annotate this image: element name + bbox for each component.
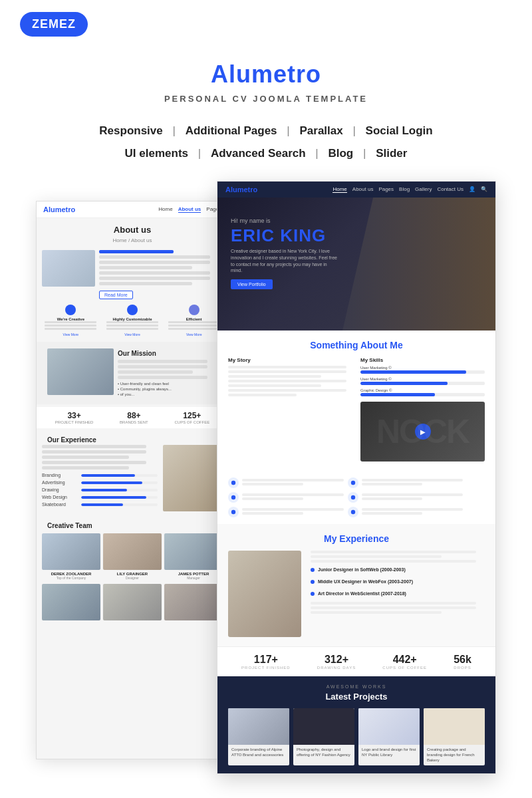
right-exp-item-3-text: Art Director in WebScientist (2007-2018)	[318, 591, 406, 597]
left-skill-branding-fill	[81, 474, 135, 477]
right-stat-1-label: Project Finished	[241, 666, 291, 670]
right-contact-icon-6	[348, 507, 358, 517]
right-stat-2-num: 312+	[317, 654, 356, 666]
left-team-role-2: Designer	[103, 576, 162, 580]
left-team-member-6	[164, 584, 223, 622]
right-project-img-2	[293, 708, 354, 745]
left-nav-about[interactable]: About us	[178, 206, 201, 213]
features-row-2: UI elements | Advanced Search | Blog | S…	[13, 142, 519, 165]
left-view-more-1[interactable]: View More	[63, 332, 79, 336]
right-hero-desc: Creative designer based in New York City…	[231, 248, 337, 274]
left-mission-text: Our Mission • User-friendly and clean fe…	[118, 348, 217, 398]
right-project-caption-1: Corporate branding of Alpine ATTO Brand …	[228, 745, 289, 761]
preview-container: Alumetro Home About us Pages About us Ho…	[0, 174, 532, 787]
right-projects-title: Latest Projects	[228, 692, 485, 702]
left-skill-drawing: Drawing	[42, 487, 158, 492]
features-row-1: Responsive | Additional Pages | Parallax…	[13, 120, 519, 142]
right-exp-item-1: Junior Designer in SoftWeb (2000-2003)	[311, 567, 485, 573]
title-section: Alumetro PERSONAL CV JOOMLA TEMPLATE	[0, 49, 532, 108]
right-exp-title-1: Junior Designer in SoftWeb (2000-2003)	[318, 567, 406, 572]
right-project-img-3	[358, 708, 420, 745]
right-stat-2-label: Drawing Days	[317, 666, 356, 670]
svg-point-2	[231, 495, 235, 499]
left-exp-image	[163, 445, 223, 511]
right-projects-section: Awesome Works Latest Projects Corporate …	[217, 676, 495, 773]
right-skill-2-fill	[360, 382, 448, 385]
right-stat-1: 117+ Project Finished	[241, 654, 291, 670]
right-video-thumb[interactable]: NOCK ▶	[360, 402, 485, 462]
right-nav-home[interactable]: Home	[332, 186, 346, 193]
left-skill-skateboard-track	[81, 503, 158, 506]
right-stat-4-label: Drops	[454, 666, 471, 670]
right-contact-text-5	[242, 508, 344, 516]
right-about-title: Something About Me	[228, 340, 485, 350]
left-text-3	[99, 266, 192, 269]
zemez-logo[interactable]: ZEMEZ	[20, 12, 88, 37]
left-text-6	[99, 282, 192, 285]
left-skill-branding-track	[81, 474, 158, 477]
right-exp-title-3: Art Director in WebScientist (2007-2018)	[318, 591, 406, 596]
right-exp-image	[228, 551, 301, 637]
left-exp-text-3	[42, 456, 129, 459]
right-nav-search-icon[interactable]: 🔍	[481, 186, 487, 193]
left-experience-block: Our Experience Branding	[37, 428, 228, 515]
title-black: Al	[211, 61, 236, 88]
right-exp-title-black: My	[324, 533, 339, 544]
left-skill-advertising-label: Advertising	[42, 480, 78, 485]
left-team-avatar-3	[164, 533, 223, 570]
right-project-4: Creating package and branding design for…	[424, 708, 485, 765]
right-nav-gallery[interactable]: Gallery	[415, 186, 432, 193]
left-team-member-1: DEREK ZOOLANDER Top of the Company	[42, 533, 100, 580]
right-skills-title: My Skills	[360, 357, 485, 363]
right-nav-blog[interactable]: Blog	[399, 186, 410, 193]
left-icon-creative: We're Creative View More	[42, 305, 100, 336]
left-team-avatar-1	[42, 533, 100, 570]
left-stats-row: 33+ Project Finished 88+ Brands Sent 125…	[37, 407, 228, 428]
sep-4: |	[198, 147, 201, 160]
right-contact-icons	[217, 471, 495, 524]
svg-point-5	[350, 510, 354, 514]
left-experience-text: Branding Advertising Drawi	[42, 445, 158, 511]
left-read-more[interactable]: Read More	[99, 291, 133, 299]
left-text-lines: Read More	[99, 250, 223, 299]
right-exp-item-2-text: Middle UX Designer in WebFox (2003-2007)	[318, 579, 413, 585]
left-icon-creative-circle	[65, 305, 76, 315]
right-exp-intro-3	[311, 560, 476, 563]
left-office-image	[42, 250, 95, 287]
right-about-title-blue: Me	[390, 340, 402, 350]
sep-1: |	[173, 124, 176, 137]
right-screenshot: Alumetro Home About us Pages Blog Galler…	[217, 181, 496, 774]
right-contact-text-2	[362, 479, 464, 487]
left-skill-skateboard: Skateboard	[42, 502, 158, 507]
right-contact-line-1a	[242, 479, 344, 481]
right-contact-line-3b	[242, 497, 303, 500]
right-nav-about[interactable]: About us	[352, 186, 374, 193]
right-hero-cta[interactable]: View Portfolio	[231, 279, 273, 289]
right-contact-item-1	[228, 477, 344, 488]
left-mission-li-2: • Community, plugins always...	[118, 387, 217, 391]
left-stat-3-num: 125+	[174, 411, 209, 420]
left-nav-home[interactable]: Home	[158, 206, 172, 213]
right-nav-pages[interactable]: Pages	[378, 186, 394, 193]
right-contact-icon-4	[348, 492, 358, 503]
right-exp-title-2: Middle UX Designer in WebFox (2003-2007)	[318, 579, 413, 584]
right-story-text-4	[228, 380, 346, 382]
right-hero-subtitle: Hi! my name is	[231, 217, 337, 224]
left-team-avatar-5	[103, 584, 162, 620]
left-view-more-2[interactable]: View More	[124, 332, 140, 336]
left-team-grid: DEREK ZOOLANDER Top of the Company LILY …	[42, 533, 223, 580]
right-contact-line-2a	[362, 479, 464, 481]
right-contact-item-5	[228, 507, 344, 517]
right-nav-contact[interactable]: Contact Us	[437, 186, 464, 193]
feature-slider: Slider	[376, 147, 407, 160]
right-nav-user-icon[interactable]: 👤	[469, 186, 475, 193]
left-team-avatar-6	[164, 584, 223, 620]
right-contact-line-1b	[242, 483, 303, 485]
left-team-avatar-2	[103, 533, 162, 570]
feature-ui-elements: UI elements	[125, 147, 188, 160]
right-exp-item-3: Art Director in WebScientist (2007-2018)	[311, 591, 485, 597]
left-skill-bars: Branding Advertising Drawi	[42, 473, 158, 507]
feature-blog: Blog	[328, 147, 353, 160]
left-view-more-3[interactable]: View More	[186, 332, 202, 336]
right-story-text-7	[228, 394, 297, 396]
